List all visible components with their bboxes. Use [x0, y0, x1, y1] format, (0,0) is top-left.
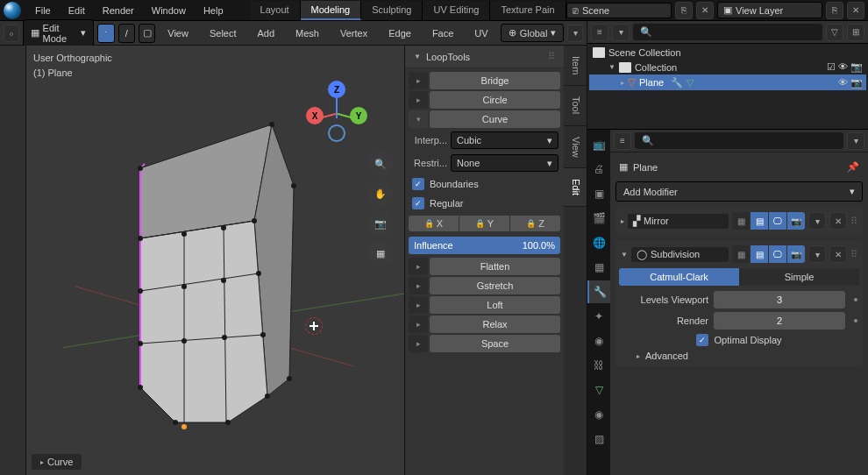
menu-file[interactable]: File	[26, 2, 60, 19]
prop-tab-texture[interactable]: ▨	[587, 428, 610, 450]
mirror-on-cage-toggle[interactable]: ▦	[732, 212, 750, 230]
circle-button[interactable]: Circle	[430, 91, 560, 109]
gizmo-y[interactable]: Y	[350, 107, 367, 124]
vp-menu-uv[interactable]: UV	[466, 25, 496, 42]
lock-z-button[interactable]: 🔒 Z	[510, 216, 560, 231]
outliner-filter-button[interactable]: ▽	[826, 24, 843, 41]
bridge-expand[interactable]: ▸	[409, 72, 428, 89]
prop-tab-scene[interactable]: 🎬	[587, 207, 610, 230]
curve-expand[interactable]: ▾	[409, 110, 428, 128]
mirror-name-field[interactable]: ▞ Mirror	[628, 214, 729, 229]
curve-button[interactable]: Curve	[430, 110, 560, 128]
loft-button[interactable]: Loft	[430, 296, 560, 314]
drag-handle-icon[interactable]: ⠿	[850, 216, 857, 227]
disclosure-triangle-icon[interactable]: ▸	[621, 217, 624, 225]
npanel-tab-tool[interactable]: Tool	[564, 86, 587, 125]
outliner-scene-collection[interactable]: Scene Collection	[589, 46, 866, 60]
viewlayer-new-button[interactable]: ⎘	[826, 2, 843, 19]
operator-redo-panel[interactable]: ▸ Curve	[32, 454, 82, 470]
outliner-collection[interactable]: ▼ Collection ☑ 👁 📷	[589, 60, 866, 74]
space-expand[interactable]: ▸	[409, 335, 428, 352]
mirror-dropdown-button[interactable]: ▾	[808, 212, 826, 230]
outliner-display-mode[interactable]: ▾	[612, 24, 630, 41]
vp-menu-vertex[interactable]: Vertex	[331, 25, 376, 42]
outliner-search-input[interactable]: 🔍	[633, 24, 822, 40]
lock-y-button[interactable]: 🔒 Y	[459, 216, 509, 231]
subdiv-render-toggle[interactable]: 📷	[787, 245, 805, 263]
subdivision-name-field[interactable]: ◯ Subdivision	[631, 247, 729, 262]
scene-close-button[interactable]: ✕	[696, 2, 714, 19]
vp-menu-mesh[interactable]: Mesh	[287, 25, 328, 42]
camera-icon[interactable]: 📷	[850, 77, 863, 89]
interpolation-select[interactable]: Cubic▾	[451, 131, 559, 149]
axis-gizmo[interactable]: Z X Y	[306, 81, 367, 142]
npanel-tab-item[interactable]: Item	[564, 46, 587, 86]
menu-edit[interactable]: Edit	[60, 2, 94, 19]
mirror-realtime-toggle[interactable]: 🖵	[769, 212, 786, 230]
gstretch-button[interactable]: Gstretch	[430, 277, 560, 294]
subdiv-realtime-toggle[interactable]: 🖵	[769, 245, 786, 263]
pan-button[interactable]: ✋	[367, 181, 394, 207]
viewlayer-close-button[interactable]: ✕	[847, 2, 864, 19]
props-options-button[interactable]: ▾	[847, 132, 864, 150]
flatten-button[interactable]: Flatten	[430, 258, 560, 275]
tab-modeling[interactable]: Modeling	[301, 1, 362, 20]
mode-selector[interactable]: ▦ Edit Mode ▾	[23, 19, 95, 47]
gizmo-x[interactable]: X	[306, 107, 324, 124]
prop-tab-material[interactable]: ◉	[587, 403, 610, 426]
tab-layout[interactable]: Layout	[250, 1, 301, 20]
npanel-tab-edit[interactable]: Edit	[564, 168, 587, 207]
camera-view-button[interactable]: 📷	[367, 210, 394, 237]
npanel-tab-view[interactable]: View	[564, 126, 587, 169]
gizmo-neg-z[interactable]	[328, 124, 345, 142]
vp-menu-edge[interactable]: Edge	[380, 25, 420, 42]
gstretch-expand[interactable]: ▸	[409, 277, 428, 294]
disclosure-triangle-icon[interactable]: ▸	[621, 79, 624, 87]
lock-x-button[interactable]: 🔒 X	[409, 216, 459, 231]
prop-tab-output[interactable]: 🖨	[587, 158, 610, 181]
vp-menu-add[interactable]: Add	[249, 25, 284, 42]
advanced-panel-header[interactable]: ▸ Advanced	[619, 349, 859, 363]
regular-checkbox[interactable]: ✓ Regular	[409, 195, 560, 212]
face-select-button[interactable]: ▢	[139, 24, 155, 43]
tab-uv-editing[interactable]: UV Editing	[423, 1, 490, 20]
prop-tab-render[interactable]: 📺	[587, 133, 610, 156]
flatten-expand[interactable]: ▸	[409, 258, 428, 275]
viewlayer-selector[interactable]: ▣ View Layer	[717, 2, 822, 18]
outliner-new-collection-button[interactable]: ⊞	[847, 24, 864, 41]
scene-selector[interactable]: ⎚ Scene	[566, 3, 672, 18]
prop-tab-constraints[interactable]: ⛓	[587, 354, 610, 377]
optimal-display-checkbox[interactable]: ✓ Optimal Display	[619, 331, 859, 349]
disclosure-triangle-icon[interactable]: ▼	[621, 251, 628, 259]
gizmo-z[interactable]: Z	[328, 81, 345, 98]
persp-ortho-button[interactable]: ▦	[367, 240, 394, 266]
tab-texture-paint[interactable]: Texture Pain	[490, 1, 566, 20]
space-button[interactable]: Space	[430, 335, 560, 352]
prop-tab-viewlayer[interactable]: ▣	[587, 182, 610, 205]
vp-menu-select[interactable]: Select	[201, 25, 245, 42]
outliner-editor-icon[interactable]: ≡	[591, 24, 608, 41]
animate-dot-icon[interactable]	[854, 298, 857, 301]
looptools-header[interactable]: ▼ LoopTools ⠿	[405, 46, 564, 68]
subdiv-on-cage-toggle[interactable]: ▦	[732, 245, 750, 263]
subdiv-delete-button[interactable]: ✕	[829, 245, 847, 263]
camera-icon[interactable]: 📷	[850, 61, 863, 73]
prop-tab-object[interactable]: ▦	[587, 256, 610, 279]
menu-help[interactable]: Help	[195, 2, 232, 19]
prop-tab-physics[interactable]: ◉	[587, 330, 610, 352]
prop-tab-particles[interactable]: ✦	[587, 305, 610, 328]
boundaries-checkbox[interactable]: ✓ Boundaries	[409, 175, 560, 193]
disclosure-triangle-icon[interactable]: ▼	[608, 63, 615, 71]
catmull-clark-button[interactable]: Catmull-Clark	[619, 268, 739, 286]
add-modifier-button[interactable]: Add Modifier ▾	[615, 181, 863, 202]
prop-tab-modifiers[interactable]: 🔧	[587, 280, 610, 303]
animate-dot-icon[interactable]	[854, 319, 857, 323]
prop-tab-world[interactable]: 🌐	[587, 231, 610, 254]
vp-menu-face[interactable]: Face	[423, 25, 462, 42]
mirror-edit-toggle[interactable]: ▤	[751, 212, 768, 230]
vertex-select-button[interactable]: ⋅	[97, 24, 114, 43]
checkbox-icon[interactable]: ☑	[827, 61, 836, 73]
subdiv-edit-toggle[interactable]: ▤	[751, 245, 768, 263]
scene-new-button[interactable]: ⎘	[675, 2, 693, 19]
tab-sculpting[interactable]: Sculpting	[361, 1, 423, 20]
